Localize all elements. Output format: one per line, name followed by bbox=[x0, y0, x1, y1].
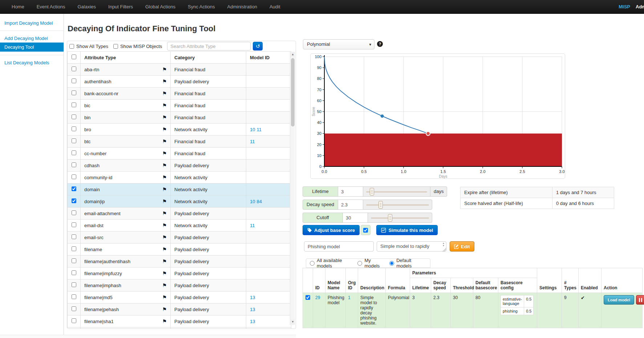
lifetime-slider[interactable] bbox=[363, 186, 430, 197]
model-id-link[interactable]: 11 bbox=[250, 139, 255, 144]
simulate-model-button[interactable]: Simulate this model bbox=[376, 225, 438, 235]
attribute-row-checkbox[interactable] bbox=[72, 90, 76, 95]
sidebar-item-import-decaying-model[interactable]: Import Decaying Model bbox=[0, 19, 64, 27]
nav-item-global-actions[interactable]: Global Actions bbox=[139, 0, 182, 14]
attribute-row[interactable]: aba-rtn⚑Financial fraud bbox=[68, 64, 291, 76]
attribute-row-checkbox[interactable] bbox=[72, 186, 76, 191]
nav-item-home[interactable]: Home bbox=[5, 0, 31, 14]
model-id-link[interactable]: 13 bbox=[250, 319, 255, 324]
flag-icon[interactable]: ⚑ bbox=[162, 186, 167, 192]
attribute-row-checkbox[interactable] bbox=[72, 67, 76, 71]
radio-default-models-label[interactable]: Default models bbox=[396, 258, 423, 269]
attribute-row[interactable]: email-src⚑Payload delivery bbox=[68, 232, 291, 244]
attribute-row[interactable]: filename|authentihash⚑Payload delivery bbox=[68, 255, 291, 267]
flag-icon[interactable]: ⚑ bbox=[162, 162, 167, 168]
flag-icon[interactable]: ⚑ bbox=[162, 126, 167, 132]
flag-icon[interactable]: ⚑ bbox=[162, 150, 167, 156]
sidebar-item-list-decaying-models[interactable]: List Decaying Models bbox=[0, 59, 64, 67]
model-id-link[interactable]: 13 bbox=[250, 307, 255, 312]
model-description-textarea[interactable]: Simple model to rapidly decay bbox=[377, 241, 446, 252]
attribute-row[interactable]: email-dst⚑Network activity11 bbox=[68, 220, 291, 232]
radio-all-available-models[interactable] bbox=[310, 261, 315, 266]
attribute-row-checkbox[interactable] bbox=[72, 318, 76, 323]
current-score-point[interactable] bbox=[381, 114, 384, 118]
flag-icon[interactable]: ⚑ bbox=[162, 210, 167, 216]
model-id-link[interactable]: 11 bbox=[256, 127, 262, 132]
attribute-row-checkbox[interactable] bbox=[72, 306, 76, 311]
attribute-row[interactable]: bic⚑Financial fraud bbox=[68, 100, 291, 112]
model-name-input[interactable] bbox=[304, 241, 374, 252]
attribute-row[interactable]: filename|imphash⚑Payload delivery bbox=[68, 279, 291, 291]
attribute-row-checkbox[interactable] bbox=[72, 126, 76, 131]
textarea-resize-grip[interactable] bbox=[443, 248, 446, 252]
nav-item-input-filters[interactable]: Input Filters bbox=[102, 0, 139, 14]
decay-speed-input[interactable] bbox=[338, 200, 363, 210]
formula-select[interactable]: Polynomial ▾ bbox=[303, 39, 374, 49]
flag-icon[interactable]: ⚑ bbox=[162, 282, 167, 288]
attribute-row[interactable]: domain|ip⚑Network activity1084 bbox=[68, 196, 291, 208]
decay-speed-slider-track[interactable] bbox=[366, 204, 429, 206]
show-misp-objects-label[interactable]: Show MISP Objects bbox=[120, 44, 162, 49]
attribute-row-checkbox[interactable] bbox=[72, 270, 76, 275]
navbar-user[interactable]: Admin bbox=[636, 4, 644, 9]
attribute-row[interactable]: community-id⚑Network activity bbox=[68, 172, 291, 184]
model-org-link[interactable]: 1 bbox=[348, 295, 351, 300]
nav-item-galaxies[interactable]: Galaxies bbox=[71, 0, 102, 14]
textarea-scroll-arrows[interactable]: ▲▼ bbox=[441, 242, 446, 247]
adjust-base-score-checkbox[interactable] bbox=[363, 228, 368, 233]
attribute-row-checkbox[interactable] bbox=[72, 174, 76, 179]
model-id-link[interactable]: 10 bbox=[250, 199, 255, 204]
cutoff-threshold-slider[interactable] bbox=[368, 213, 432, 223]
flag-icon[interactable]: ⚑ bbox=[162, 222, 167, 228]
attribute-row[interactable]: email-attachment⚑Payload delivery bbox=[68, 208, 291, 220]
attribute-row-checkbox[interactable] bbox=[72, 294, 76, 299]
flag-icon[interactable]: ⚑ bbox=[162, 90, 167, 96]
help-icon[interactable]: ? bbox=[377, 41, 383, 47]
flag-icon[interactable]: ⚑ bbox=[162, 102, 167, 108]
disable-model-button[interactable] bbox=[636, 295, 644, 305]
flag-icon[interactable]: ⚑ bbox=[162, 306, 167, 312]
attribute-row[interactable]: filename|pehash⚑Payload delivery13 bbox=[68, 303, 291, 315]
attribute-row-checkbox[interactable] bbox=[72, 258, 76, 263]
attribute-row-checkbox[interactable] bbox=[72, 102, 76, 107]
flag-icon[interactable]: ⚑ bbox=[162, 246, 167, 252]
flag-icon[interactable]: ⚑ bbox=[162, 234, 167, 240]
model-id-link[interactable]: 29 bbox=[315, 295, 320, 300]
attribute-row-checkbox[interactable] bbox=[72, 246, 76, 251]
flag-icon[interactable]: ⚑ bbox=[162, 114, 167, 120]
scrollbar-thumb[interactable] bbox=[291, 58, 295, 126]
scrollbar-down-arrow[interactable]: ▼ bbox=[291, 319, 295, 325]
decay-speed-slider-handle[interactable] bbox=[378, 201, 383, 209]
flag-icon[interactable]: ⚑ bbox=[162, 198, 167, 204]
adjust-base-score-button[interactable]: Adjust base score bbox=[303, 225, 360, 235]
model-row-phishing[interactable]: 29 Phishing model 1 Simple model to rapi… bbox=[303, 293, 643, 328]
lifetime-input[interactable] bbox=[338, 186, 363, 197]
attribute-row-checkbox[interactable] bbox=[72, 234, 76, 239]
model-id-link[interactable]: 10 bbox=[250, 127, 255, 132]
flag-icon[interactable]: ⚑ bbox=[162, 258, 167, 264]
nav-item-administration[interactable]: Administration bbox=[221, 0, 263, 14]
select-all-checkbox[interactable] bbox=[72, 55, 76, 59]
radio-my-models[interactable] bbox=[357, 261, 362, 266]
nav-item-audit[interactable]: Audit bbox=[263, 0, 287, 14]
attribute-row[interactable]: filename|impfuzzy⚑Payload delivery bbox=[68, 267, 291, 279]
attribute-row[interactable]: btc⚑Financial fraud11 bbox=[68, 136, 291, 148]
attribute-row[interactable]: bin⚑Financial fraud bbox=[68, 112, 291, 124]
show-all-types-label[interactable]: Show All Types bbox=[76, 44, 108, 49]
edit-model-button[interactable]: Edit bbox=[450, 241, 474, 252]
flag-icon[interactable]: ⚑ bbox=[162, 270, 167, 276]
cutoff-threshold-input[interactable] bbox=[343, 213, 368, 223]
scrollbar-up-arrow[interactable]: ▲ bbox=[291, 52, 295, 57]
show-misp-objects-checkbox[interactable] bbox=[113, 44, 118, 49]
attribute-row-checkbox[interactable] bbox=[72, 210, 76, 215]
refresh-button[interactable]: ↺ bbox=[253, 42, 263, 51]
attribute-row[interactable]: bro⚑Network activity1011 bbox=[68, 124, 291, 136]
attribute-row[interactable]: authentihash⚑Payload delivery bbox=[68, 76, 291, 88]
cutoff-threshold-slider-track[interactable] bbox=[371, 217, 429, 219]
cutoff-threshold-slider-handle[interactable] bbox=[388, 214, 392, 222]
model-id-link[interactable]: 84 bbox=[256, 199, 262, 204]
flag-icon[interactable]: ⚑ bbox=[162, 79, 167, 84]
attribute-row-checkbox[interactable] bbox=[72, 198, 76, 203]
lifetime-slider-handle[interactable] bbox=[370, 188, 374, 196]
attribute-row-checkbox[interactable] bbox=[72, 150, 76, 155]
